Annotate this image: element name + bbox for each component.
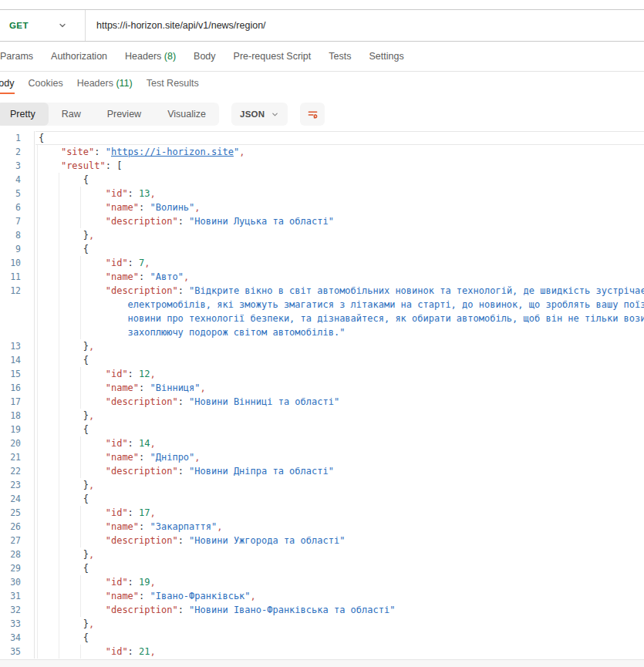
line-number: 5 xyxy=(0,187,35,200)
indent-guide xyxy=(37,409,38,423)
view-mode-pretty[interactable]: Pretty xyxy=(0,103,49,126)
token-s: "Відкрите вікно в світ автомобільних нов… xyxy=(189,285,644,296)
code-line: 31 "name": "Івано-Франківськ", xyxy=(0,589,644,603)
line-number: 29 xyxy=(0,561,35,575)
code-line-content: { xyxy=(39,131,44,145)
token-p: : xyxy=(178,216,189,227)
token-c: , xyxy=(150,577,156,588)
tab-count-badge: (8) xyxy=(161,51,176,62)
code-line: 27 "description": "Новини Ужгорода та об… xyxy=(0,534,644,547)
line-number: 11 xyxy=(0,270,35,284)
line-number: 25 xyxy=(0,506,35,520)
token-k: "name" xyxy=(106,591,139,601)
line-number: 14 xyxy=(0,353,35,367)
indent-guide xyxy=(37,367,38,381)
code-line: 4 { xyxy=(0,173,644,187)
wrap-text-button[interactable] xyxy=(300,103,325,126)
request-tab-tests[interactable]: Tests xyxy=(329,51,351,62)
token-s: "Новини Луцька та області" xyxy=(189,216,334,227)
indent-guide xyxy=(37,187,38,200)
token-k: "name" xyxy=(106,452,139,463)
token-p: } xyxy=(39,480,89,490)
code-line: 33 }, xyxy=(0,617,644,631)
code-line-content: "id": 19, xyxy=(39,575,156,589)
token-p xyxy=(39,466,106,477)
view-mode-visualize[interactable]: Visualize xyxy=(154,103,219,126)
request-tab-authorization[interactable]: Authorization xyxy=(51,51,107,62)
line-number: 22 xyxy=(0,464,35,478)
line-number: 13 xyxy=(0,339,35,353)
code-line-content: { xyxy=(39,631,89,645)
line-number: 26 xyxy=(0,520,35,534)
token-k: "description" xyxy=(106,285,178,296)
response-tab-headers[interactable]: Headers (11) xyxy=(77,78,133,94)
response-tab-test-results[interactable]: Test Results xyxy=(147,78,199,94)
token-k: "name" xyxy=(106,202,139,213)
line-number: 34 xyxy=(0,631,35,645)
url-input[interactable]: https://i-horizon.site/api/v1/news/regio… xyxy=(86,20,644,31)
token-p xyxy=(39,396,106,407)
token-p: } xyxy=(39,618,89,629)
method-selector[interactable]: GET xyxy=(0,10,85,41)
indent-guide xyxy=(37,312,38,325)
code-line: 16 "name": "Вінниця", xyxy=(0,381,644,395)
line-number: 21 xyxy=(0,450,35,464)
indent-guide xyxy=(37,284,38,298)
token-p xyxy=(39,452,106,463)
code-line: 26 "name": "Закарпаття", xyxy=(0,520,644,534)
code-line: 28 }, xyxy=(0,547,644,561)
request-tab-settings[interactable]: Settings xyxy=(369,51,403,62)
code-line-content: захоплюючу подорож світом автомобілів." xyxy=(39,325,345,339)
token-n: 14 xyxy=(139,438,150,449)
format-dropdown[interactable]: JSON xyxy=(231,103,288,126)
token-c: , xyxy=(184,271,189,282)
line-number: 35 xyxy=(0,645,35,659)
token-s: "Авто" xyxy=(150,271,184,282)
code-line: 9 { xyxy=(0,242,644,256)
code-line-content: { xyxy=(39,353,89,367)
code-line: 13 }, xyxy=(0,339,644,353)
token-p: { xyxy=(39,424,89,435)
view-mode-preview[interactable]: Preview xyxy=(94,103,154,126)
line-number: 23 xyxy=(0,478,35,492)
token-s: "Новини Дніпра та області" xyxy=(189,466,334,477)
token-k: "description" xyxy=(106,466,178,477)
line-number: 33 xyxy=(0,617,35,631)
token-k: "id" xyxy=(106,577,128,588)
token-k: "description" xyxy=(106,535,178,546)
line-number: 15 xyxy=(0,367,35,381)
request-tab-params[interactable]: Params xyxy=(0,51,33,62)
token-c: , xyxy=(89,480,94,490)
code-line-content: "name": "Волинь", xyxy=(39,200,201,214)
indent-guide xyxy=(37,214,38,228)
token-p xyxy=(39,507,106,518)
indent-guide xyxy=(37,298,38,312)
token-k: "description" xyxy=(106,216,178,227)
code-line-content: }, xyxy=(39,478,94,492)
code-line-content: "id": 21, xyxy=(39,645,156,659)
response-link[interactable]: https://i-horizon.site xyxy=(111,147,234,157)
token-p: { xyxy=(39,355,89,366)
indent-guide xyxy=(37,464,38,478)
code-line-content: }, xyxy=(39,228,94,242)
view-mode-raw[interactable]: Raw xyxy=(49,103,94,126)
code-line-content: "name": "Івано-Франківськ", xyxy=(39,589,256,603)
code-line: 25 "id": 17, xyxy=(0,506,644,520)
token-c: , xyxy=(150,369,156,379)
token-n: 19 xyxy=(139,577,150,588)
line-number: 12 xyxy=(0,284,35,298)
response-tab-cookies[interactable]: Cookies xyxy=(29,78,63,94)
code-line: 35 "id": 21, xyxy=(0,645,644,659)
token-p xyxy=(39,285,106,296)
request-tab-pre-request-script[interactable]: Pre-request Script xyxy=(234,51,312,62)
request-tab-headers[interactable]: Headers (8) xyxy=(125,51,176,62)
token-p xyxy=(39,160,61,171)
token-k: "description" xyxy=(106,605,178,615)
response-tab-body[interactable]: Body xyxy=(0,78,15,94)
code-line: 5 "id": 13, xyxy=(0,187,644,200)
response-body-editor[interactable]: 1{2 "site": "https://i-horizon.site",3 "… xyxy=(0,131,644,659)
request-tab-body[interactable]: Body xyxy=(194,51,216,62)
code-line: 30 "id": 19, xyxy=(0,575,644,589)
code-line: 18 }, xyxy=(0,409,644,423)
code-line: 6 "name": "Волинь", xyxy=(0,200,644,214)
